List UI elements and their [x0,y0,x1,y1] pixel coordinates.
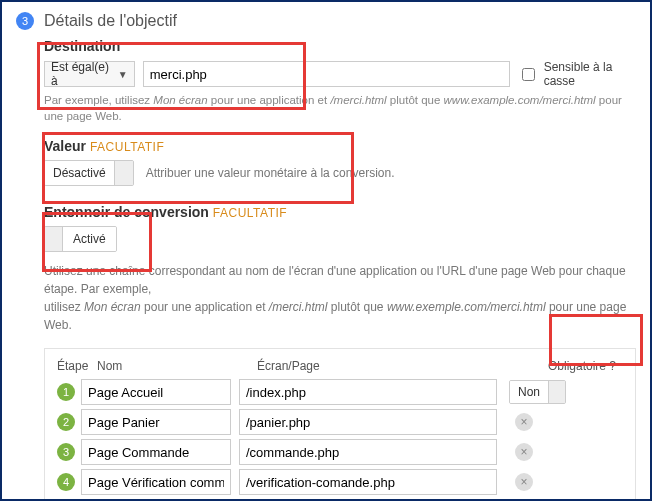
toggle-knob [45,227,63,251]
table-row: 1 Non [57,379,623,405]
funnel-toggle[interactable]: Activé [44,226,117,252]
step-badge: 4 [57,473,75,491]
match-type-select[interactable]: Est égal(e) à ▼ [44,61,135,87]
destination-hint: Par exemple, utilisez Mon écran pour une… [44,92,636,124]
step-name-input[interactable] [81,379,231,405]
value-toggle-label: Désactivé [45,161,115,185]
step-name-input[interactable] [81,409,231,435]
funnel-description: Utilisez une chaîne correspondant au nom… [44,262,636,334]
value-description: Attribuer une valeur monétaire à la conv… [146,166,395,180]
case-sensitive-label: Sensible à la casse [544,60,636,88]
value-toggle[interactable]: Désactivé [44,160,134,186]
delete-step-icon[interactable]: × [515,413,533,431]
chevron-down-icon: ▼ [118,69,128,80]
step-name-input[interactable] [81,439,231,465]
table-row: 4 × [57,469,623,495]
funnel-optional-tag: FACULTATIF [213,206,287,220]
step-badge: 3 [57,443,75,461]
header-page: Écran/Page [257,359,522,373]
header-nom: Nom [97,359,257,373]
funnel-steps-box: Étape Nom Écran/Page Obligatoire ? 1 Non [44,348,636,501]
step-page-input[interactable] [239,409,497,435]
value-label: Valeur [44,138,86,154]
destination-input[interactable] [143,61,510,87]
delete-step-icon[interactable]: × [515,443,533,461]
section-title: Détails de l'objectif [44,12,177,30]
value-optional-tag: FACULTATIF [90,140,164,154]
funnel-section: Entonnoir de conversion FACULTATIF Activ… [44,204,636,501]
value-section: Valeur FACULTATIF Désactivé Attribuer un… [44,138,636,186]
toggle-knob [115,161,133,185]
step-number-badge: 3 [16,12,34,30]
match-type-label: Est égal(e) à [51,60,112,88]
header-obligatoire: Obligatoire ? [522,359,623,373]
step-badge: 1 [57,383,75,401]
step-page-input[interactable] [239,379,497,405]
delete-step-icon[interactable]: × [515,473,533,491]
case-sensitive-checkbox[interactable] [522,68,535,81]
table-row: 2 × [57,409,623,435]
destination-label: Destination [44,38,636,54]
table-row: 3 × [57,439,623,465]
funnel-label: Entonnoir de conversion [44,204,209,220]
header-step: Étape [57,359,97,373]
step-name-input[interactable] [81,469,231,495]
step-page-input[interactable] [239,439,497,465]
funnel-toggle-label: Activé [63,227,116,251]
step-page-input[interactable] [239,469,497,495]
destination-section: Destination Est égal(e) à ▼ Sensible à l… [44,38,636,124]
step-badge: 2 [57,413,75,431]
required-toggle[interactable]: Non [509,380,566,404]
